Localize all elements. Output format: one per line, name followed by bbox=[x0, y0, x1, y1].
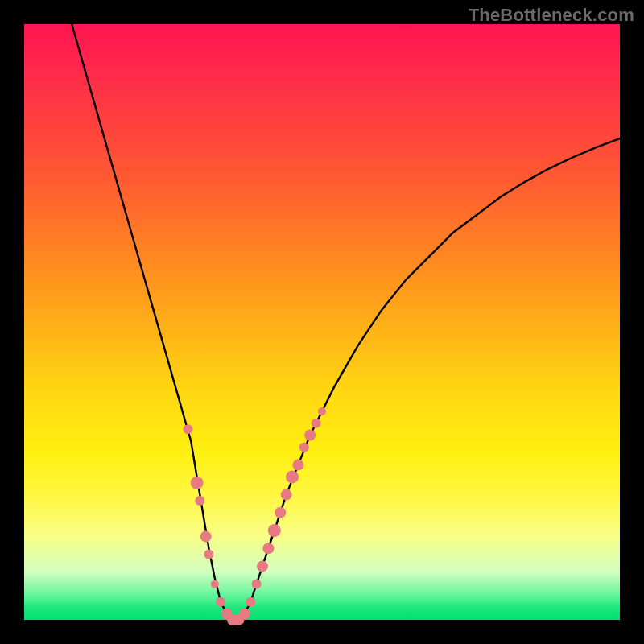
bottleneck-curve bbox=[72, 24, 620, 620]
chart-svg bbox=[24, 24, 620, 620]
chart-container: TheBottleneck.com bbox=[0, 0, 644, 644]
data-point bbox=[268, 524, 281, 537]
data-point bbox=[246, 597, 255, 607]
data-point bbox=[216, 597, 225, 607]
data-point bbox=[184, 424, 193, 434]
data-point bbox=[239, 609, 250, 620]
watermark-text: TheBottleneck.com bbox=[469, 5, 634, 26]
data-point bbox=[262, 543, 274, 554]
data-point bbox=[211, 580, 219, 588]
data-point bbox=[191, 477, 204, 489]
plot-area bbox=[24, 24, 620, 620]
data-point bbox=[312, 419, 321, 428]
data-point bbox=[299, 442, 309, 452]
data-point bbox=[281, 489, 292, 501]
data-point bbox=[286, 470, 299, 483]
data-point bbox=[318, 407, 326, 415]
data-point bbox=[275, 507, 286, 518]
data-point bbox=[257, 560, 268, 572]
data-point bbox=[200, 530, 212, 542]
data-point bbox=[292, 460, 303, 471]
data-point bbox=[204, 550, 213, 559]
data-point bbox=[304, 430, 316, 441]
data-point bbox=[195, 496, 204, 506]
data-point bbox=[252, 580, 262, 589]
